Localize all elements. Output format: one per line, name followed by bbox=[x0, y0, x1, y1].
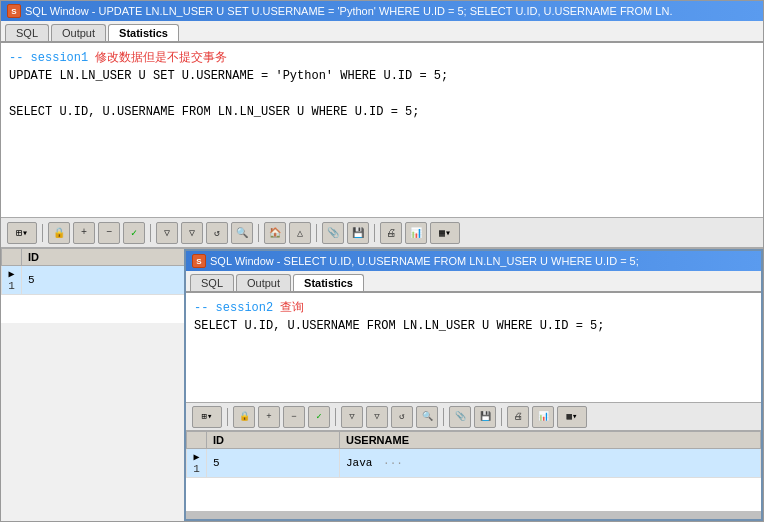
row-arrow-2: ▶ bbox=[193, 452, 199, 463]
col2-marker bbox=[187, 432, 207, 449]
save-btn[interactable]: 💾 bbox=[347, 222, 369, 244]
add-btn[interactable]: + bbox=[73, 222, 95, 244]
ellipsis-2: ··· bbox=[383, 457, 403, 469]
window2-table: ID USERNAME ▶ 1 5 Java ··· bbox=[186, 431, 761, 478]
search-btn[interactable]: 🔍 bbox=[231, 222, 253, 244]
editor2-line1: -- session2 查询 bbox=[194, 299, 753, 317]
col-id-1: ID bbox=[22, 249, 188, 266]
window2: S SQL Window - SELECT U.ID, U.USERNAME F… bbox=[184, 249, 763, 521]
grid-dropdown2-2[interactable]: ▦▾ bbox=[557, 406, 587, 428]
filter-btn1[interactable]: ▽ bbox=[156, 222, 178, 244]
window2-titlebar: S SQL Window - SELECT U.ID, U.USERNAME F… bbox=[186, 251, 761, 271]
print-btn-2[interactable]: 🖨 bbox=[507, 406, 529, 428]
window1-title: SQL Window - UPDATE LN.LN_USER U SET U.U… bbox=[25, 5, 672, 17]
lock-btn-2[interactable]: 🔒 bbox=[233, 406, 255, 428]
window2-results: ID USERNAME ▶ 1 5 Java ··· bbox=[186, 431, 761, 511]
tab-sql-1[interactable]: SQL bbox=[5, 24, 49, 41]
col-marker bbox=[2, 249, 22, 266]
sep2-4 bbox=[501, 408, 502, 426]
row-arrow-1: ▶ bbox=[8, 269, 14, 280]
tab-output-2[interactable]: Output bbox=[236, 274, 291, 291]
window2-tabbar: SQL Output Statistics bbox=[186, 271, 761, 293]
tab-statistics-1[interactable]: Statistics bbox=[108, 24, 179, 41]
add-btn-2[interactable]: + bbox=[258, 406, 280, 428]
sql-select-1: SELECT U.ID, U.USERNAME FROM LN.LN_USER … bbox=[9, 105, 419, 119]
home-btn[interactable]: 🏠 bbox=[264, 222, 286, 244]
cell2-username: Java ··· bbox=[340, 449, 761, 478]
tab-sql-2[interactable]: SQL bbox=[190, 274, 234, 291]
sql-select-2: SELECT U.ID, U.USERNAME FROM LN.LN_USER … bbox=[194, 319, 604, 333]
cell2-id: 5 bbox=[207, 449, 340, 478]
cell-id-1: 5 bbox=[22, 266, 188, 295]
grid-dropdown[interactable]: ⊞▾ bbox=[7, 222, 37, 244]
lock-btn[interactable]: 🔒 bbox=[48, 222, 70, 244]
save-btn-2[interactable]: 💾 bbox=[474, 406, 496, 428]
check-btn-2[interactable]: ✓ bbox=[308, 406, 330, 428]
sql-update: UPDATE LN.LN_USER U SET U.USERNAME = 'Py… bbox=[9, 69, 448, 83]
sep2-2 bbox=[335, 408, 336, 426]
print-btn[interactable]: 🖨 bbox=[380, 222, 402, 244]
minus-btn-2[interactable]: − bbox=[283, 406, 305, 428]
editor-line1: -- session1 修改数据但是不提交事务 bbox=[9, 49, 755, 67]
chart-btn-2[interactable]: 📊 bbox=[532, 406, 554, 428]
minus-btn[interactable]: − bbox=[98, 222, 120, 244]
chart-btn[interactable]: 📊 bbox=[405, 222, 427, 244]
sep2-1 bbox=[227, 408, 228, 426]
sep1 bbox=[42, 224, 43, 242]
comment-prefix-2: -- session2 bbox=[194, 301, 280, 315]
attach-btn-2[interactable]: 📎 bbox=[449, 406, 471, 428]
refresh-btn-2[interactable]: ↺ bbox=[391, 406, 413, 428]
window1-titlebar: S SQL Window - UPDATE LN.LN_USER U SET U… bbox=[1, 1, 763, 21]
row-marker-2: ▶ 1 bbox=[187, 449, 207, 478]
row-marker-1: ▶ 1 bbox=[2, 266, 22, 295]
table2-header-row: ID USERNAME bbox=[187, 432, 761, 449]
sep5 bbox=[374, 224, 375, 242]
filter-btn-2a[interactable]: ▽ bbox=[341, 406, 363, 428]
sep2 bbox=[150, 224, 151, 242]
up-btn[interactable]: △ bbox=[289, 222, 311, 244]
window2-icon: S bbox=[192, 254, 206, 268]
check-btn[interactable]: ✓ bbox=[123, 222, 145, 244]
editor-line2: UPDATE LN.LN_USER U SET U.USERNAME = 'Py… bbox=[9, 67, 755, 85]
comment-chinese-1: 修改数据但是不提交事务 bbox=[95, 51, 227, 65]
editor2-line2: SELECT U.ID, U.USERNAME FROM LN.LN_USER … bbox=[194, 317, 753, 335]
editor-line3 bbox=[9, 85, 755, 103]
table-row-2[interactable]: ▶ 1 5 Java ··· bbox=[187, 449, 761, 478]
window2-toolbar: ⊞▾ 🔒 + − ✓ ▽ ▽ ↺ 🔍 📎 💾 🖨 📊 ▦▾ bbox=[186, 403, 761, 431]
grid-dropdown2[interactable]: ▦▾ bbox=[430, 222, 460, 244]
window1: S SQL Window - UPDATE LN.LN_USER U SET U… bbox=[0, 0, 764, 522]
filter-btn2[interactable]: ▽ bbox=[181, 222, 203, 244]
tab-output-1[interactable]: Output bbox=[51, 24, 106, 41]
window1-editor[interactable]: -- session1 修改数据但是不提交事务 UPDATE LN.LN_USE… bbox=[1, 43, 763, 218]
editor-line4: SELECT U.ID, U.USERNAME FROM LN.LN_USER … bbox=[9, 103, 755, 121]
sep3 bbox=[258, 224, 259, 242]
sep4 bbox=[316, 224, 317, 242]
comment-prefix-1: -- session1 bbox=[9, 51, 95, 65]
sep2-3 bbox=[443, 408, 444, 426]
window1-icon: S bbox=[7, 4, 21, 18]
window2-editor[interactable]: -- session2 查询 SELECT U.ID, U.USERNAME F… bbox=[186, 293, 761, 403]
tab-statistics-2[interactable]: Statistics bbox=[293, 274, 364, 291]
comment-chinese-2: 查询 bbox=[280, 301, 304, 315]
grid-dropdown-2[interactable]: ⊞▾ bbox=[192, 406, 222, 428]
filter-btn-2b[interactable]: ▽ bbox=[366, 406, 388, 428]
search-btn-2[interactable]: 🔍 bbox=[416, 406, 438, 428]
col2-username: USERNAME bbox=[340, 432, 761, 449]
window1-tabbar: SQL Output Statistics bbox=[1, 21, 763, 43]
col2-id: ID bbox=[207, 432, 340, 449]
refresh-btn[interactable]: ↺ bbox=[206, 222, 228, 244]
attach-btn[interactable]: 📎 bbox=[322, 222, 344, 244]
window1-toolbar: ⊞▾ 🔒 + − ✓ ▽ ▽ ↺ 🔍 🏠 △ 📎 💾 🖨 📊 ▦▾ bbox=[1, 218, 763, 248]
window2-title: SQL Window - SELECT U.ID, U.USERNAME FRO… bbox=[210, 255, 639, 267]
